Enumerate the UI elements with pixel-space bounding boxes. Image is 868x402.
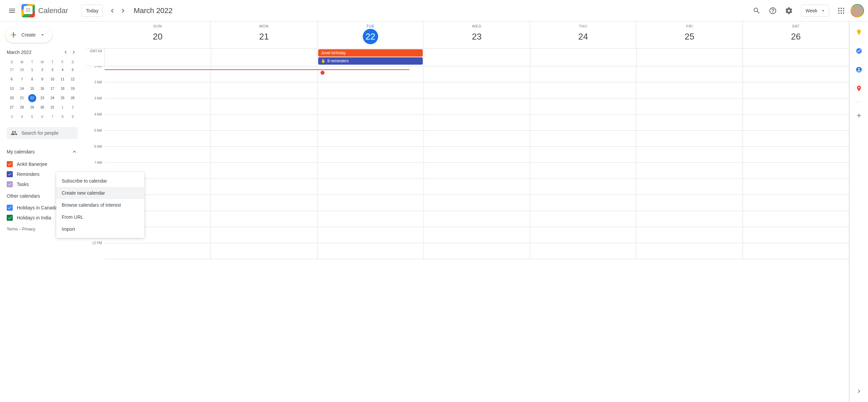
day-number[interactable]: 26 — [788, 29, 804, 44]
mini-day-cell[interactable]: 4 — [18, 113, 26, 121]
mini-day-cell[interactable]: 29 — [28, 103, 36, 111]
context-menu-item[interactable]: Create new calendar — [56, 187, 144, 199]
context-menu-item[interactable]: Browse calendars of interest — [56, 199, 144, 211]
grid-hour-cell[interactable] — [211, 195, 317, 211]
day-number[interactable]: 24 — [575, 29, 591, 44]
mini-next-month[interactable] — [70, 48, 78, 56]
day-number[interactable]: 22 — [363, 29, 378, 44]
mini-day-cell[interactable]: 15 — [28, 85, 36, 93]
search-button[interactable] — [750, 4, 764, 18]
time-grid-scroll[interactable]: 1 AM2 AM3 AM4 AM5 AM6 AM7 AM8 AM9 AM10 A… — [86, 66, 849, 402]
mini-day-cell[interactable]: 28 — [18, 66, 26, 74]
grid-hour-cell[interactable] — [211, 211, 317, 227]
grid-hour-cell[interactable] — [317, 114, 424, 131]
grid-hour-cell[interactable] — [636, 131, 742, 147]
mini-day-cell[interactable]: 17 — [48, 85, 56, 93]
mini-day-cell[interactable]: 6 — [8, 75, 16, 83]
grid-hour-cell[interactable] — [424, 227, 530, 243]
grid-hour-cell[interactable] — [211, 179, 317, 195]
grid-hour-cell[interactable] — [530, 66, 636, 82]
prev-week-button[interactable] — [107, 5, 118, 16]
mini-day-cell[interactable]: 8 — [59, 113, 67, 121]
tasks-button[interactable] — [852, 44, 866, 58]
grid-hour-cell[interactable] — [211, 114, 317, 131]
grid-column[interactable] — [636, 66, 742, 259]
grid-hour-cell[interactable] — [530, 147, 636, 163]
grid-hour-cell[interactable] — [424, 147, 530, 163]
grid-column[interactable] — [743, 66, 849, 259]
grid-hour-cell[interactable] — [317, 99, 424, 114]
mini-day-cell[interactable]: 21 — [18, 94, 26, 102]
grid-hour-cell[interactable] — [743, 211, 849, 227]
grid-hour-cell[interactable] — [636, 179, 742, 195]
grid-hour-cell[interactable] — [743, 227, 849, 243]
grid-hour-cell[interactable] — [424, 99, 530, 114]
grid-hour-cell[interactable] — [636, 243, 742, 259]
grid-hour-cell[interactable] — [636, 82, 742, 99]
grid-hour-cell[interactable] — [530, 82, 636, 99]
mini-day-cell[interactable]: 27 — [8, 103, 16, 111]
grid-hour-cell[interactable] — [636, 99, 742, 114]
mini-day-cell[interactable]: 8 — [28, 75, 36, 83]
mini-day-cell[interactable]: 20 — [8, 94, 16, 102]
grid-hour-cell[interactable] — [636, 211, 742, 227]
mini-day-cell[interactable]: 11 — [59, 75, 67, 83]
grid-hour-cell[interactable] — [530, 114, 636, 131]
google-apps-button[interactable] — [835, 4, 848, 18]
grid-hour-cell[interactable] — [636, 147, 742, 163]
grid-hour-cell[interactable] — [530, 195, 636, 211]
keep-button[interactable] — [852, 26, 866, 39]
grid-hour-cell[interactable] — [636, 227, 742, 243]
mini-day-cell[interactable]: 6 — [38, 113, 46, 121]
allday-cell[interactable] — [211, 48, 317, 66]
day-header[interactable]: MON21 — [211, 22, 317, 48]
create-button[interactable]: Create — [5, 27, 52, 43]
grid-hour-cell[interactable] — [317, 179, 424, 195]
mini-day-cell[interactable]: 30 — [38, 103, 46, 111]
day-number[interactable]: 25 — [682, 29, 698, 44]
mini-day-cell[interactable]: 3 — [8, 113, 16, 121]
day-number[interactable]: 21 — [256, 29, 272, 44]
mini-day-cell[interactable]: 5 — [69, 66, 77, 74]
calendar-checkbox[interactable] — [7, 161, 13, 167]
allday-cell[interactable]: Jovel birthday✋9 reminders — [317, 48, 424, 66]
main-menu-button[interactable] — [4, 3, 20, 19]
grid-hour-cell[interactable] — [743, 163, 849, 179]
mini-day-cell[interactable]: 10 — [48, 75, 56, 83]
mini-day-cell[interactable]: 19 — [69, 85, 77, 93]
mini-day-cell[interactable]: 12 — [69, 75, 77, 83]
next-week-button[interactable] — [118, 5, 128, 16]
mini-day-cell[interactable]: 1 — [28, 66, 36, 74]
mini-day-cell[interactable]: 23 — [38, 94, 46, 102]
grid-hour-cell[interactable] — [743, 195, 849, 211]
grid-hour-cell[interactable] — [636, 195, 742, 211]
grid-hour-cell[interactable] — [530, 227, 636, 243]
day-header[interactable]: TUE22 — [317, 22, 424, 48]
grid-hour-cell[interactable] — [424, 243, 530, 259]
calendar-checkbox[interactable] — [7, 181, 13, 187]
grid-hour-cell[interactable] — [104, 82, 211, 99]
context-menu-item[interactable]: Import — [56, 223, 144, 235]
grid-hour-cell[interactable] — [424, 195, 530, 211]
allday-cell[interactable] — [743, 48, 849, 66]
mini-day-cell[interactable]: 13 — [8, 85, 16, 93]
mini-day-cell[interactable]: 9 — [69, 113, 77, 121]
mini-day-cell[interactable]: 22 — [28, 94, 36, 102]
grid-hour-cell[interactable] — [424, 179, 530, 195]
day-header[interactable]: WED23 — [424, 22, 530, 48]
hide-panel-button[interactable] — [852, 384, 866, 398]
get-addons-button[interactable] — [852, 109, 866, 122]
grid-hour-cell[interactable] — [424, 82, 530, 99]
grid-column[interactable] — [530, 66, 636, 259]
grid-hour-cell[interactable] — [530, 211, 636, 227]
grid-hour-cell[interactable] — [317, 147, 424, 163]
grid-column[interactable] — [211, 66, 317, 259]
event-chip[interactable]: ✋9 reminders — [318, 57, 423, 65]
grid-column[interactable] — [424, 66, 530, 259]
calendar-checkbox[interactable] — [7, 171, 13, 177]
grid-hour-cell[interactable] — [530, 243, 636, 259]
grid-hour-cell[interactable] — [424, 211, 530, 227]
grid-hour-cell[interactable] — [636, 66, 742, 82]
mini-day-cell[interactable]: 16 — [38, 85, 46, 93]
grid-hour-cell[interactable] — [743, 131, 849, 147]
